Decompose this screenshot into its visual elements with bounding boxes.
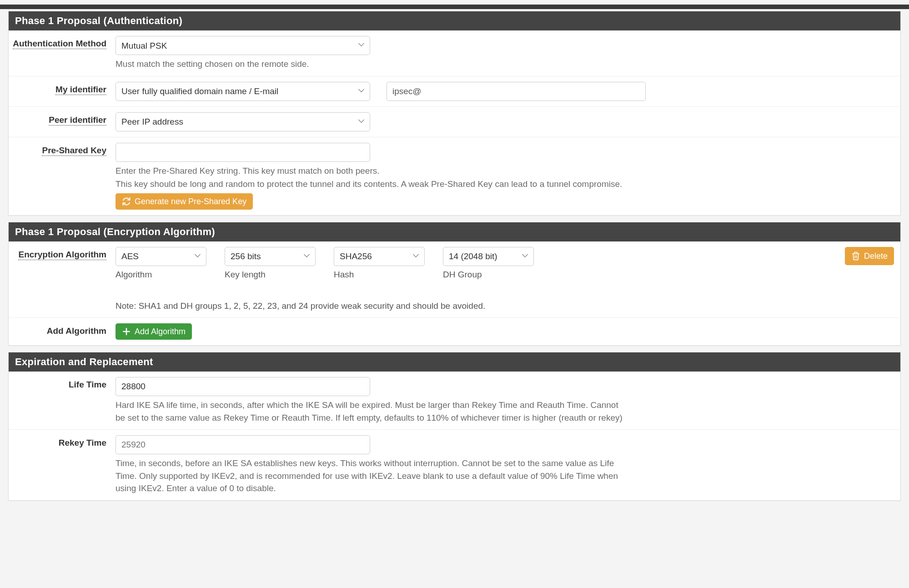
label-peer-identifier: Peer identifier — [9, 112, 116, 125]
rekey-time-input[interactable] — [116, 435, 370, 454]
authentication-method-help: Must match the setting chosen on the rem… — [116, 58, 894, 70]
row-rekey-time: Rekey Time Time, in seconds, before an I… — [9, 430, 900, 500]
label-rekey-time: Rekey Time — [9, 435, 116, 448]
authentication-method-select[interactable]: Mutual PSK — [116, 36, 370, 55]
pre-shared-key-input[interactable] — [116, 143, 370, 162]
panel-heading-expiration: Expiration and Replacement — [9, 352, 900, 372]
add-algorithm-button[interactable]: Add Algorithm — [116, 323, 192, 340]
algorithm-select[interactable]: AES — [116, 247, 206, 266]
dh-group-select[interactable]: 14 (2048 bit) — [443, 247, 534, 266]
hash-select[interactable]: SHA256 — [334, 247, 425, 266]
delete-label: Delete — [864, 252, 888, 260]
life-time-input[interactable] — [116, 377, 370, 396]
row-life-time: Life Time Hard IKE SA life time, in seco… — [9, 372, 900, 430]
plus-icon — [122, 327, 131, 336]
row-pre-shared-key: Pre-Shared Key Enter the Pre-Shared Key … — [9, 137, 900, 215]
delete-algorithm-button[interactable]: Delete — [845, 247, 894, 265]
life-time-help: Hard IKE SA life time, in seconds, after… — [116, 399, 629, 424]
row-peer-identifier: Peer identifier Peer IP address — [9, 107, 900, 137]
encryption-note: Note: SHA1 and DH groups 1, 2, 5, 22, 23… — [116, 300, 894, 312]
panel-heading-authentication: Phase 1 Proposal (Authentication) — [9, 11, 900, 30]
row-my-identifier: My identifier User fully qualified domai… — [9, 76, 900, 107]
label-encryption-algorithm: Encryption Algorithm — [9, 247, 116, 260]
label-authentication-method: Authentication Method — [9, 36, 116, 49]
label-my-identifier: My identifier — [9, 82, 116, 95]
label-pre-shared-key: Pre-Shared Key — [9, 143, 116, 156]
rekey-time-help: Time, in seconds, before an IKE SA estab… — [116, 457, 629, 495]
peer-identifier-type-select[interactable]: Peer IP address — [116, 112, 370, 131]
my-identifier-input[interactable] — [387, 82, 646, 101]
caption-key-length: Key length — [225, 270, 316, 280]
psk-help-1: Enter the Pre-Shared Key string. This ke… — [116, 165, 894, 177]
panel-heading-encryption: Phase 1 Proposal (Encryption Algorithm) — [9, 222, 900, 241]
add-algorithm-label: Add Algorithm — [135, 327, 186, 336]
panel-expiration: Expiration and Replacement Life Time Har… — [8, 352, 901, 501]
caption-hash: Hash — [334, 270, 425, 280]
refresh-icon — [122, 197, 131, 206]
caption-dh-group: DH Group — [443, 270, 534, 280]
label-life-time: Life Time — [9, 377, 116, 390]
psk-help-2: This key should be long and random to pr… — [116, 178, 894, 191]
row-add-algorithm: Add Algorithm Add Algorithm — [9, 318, 900, 345]
row-authentication-method: Authentication Method Mutual PSK Must ma… — [9, 30, 900, 76]
label-add-algorithm: Add Algorithm — [9, 323, 116, 336]
panel-authentication: Phase 1 Proposal (Authentication) Authen… — [8, 11, 901, 216]
top-bar — [0, 5, 909, 9]
caption-algorithm: Algorithm — [116, 270, 206, 280]
my-identifier-type-select[interactable]: User fully qualified domain name / E-mai… — [116, 82, 370, 101]
panel-encryption: Phase 1 Proposal (Encryption Algorithm) … — [8, 222, 901, 346]
generate-psk-label: Generate new Pre-Shared Key — [135, 197, 246, 206]
generate-psk-button[interactable]: Generate new Pre-Shared Key — [116, 193, 253, 210]
row-encryption-algorithm: Encryption Algorithm AES Algorithm — [9, 241, 900, 318]
key-length-select[interactable]: 256 bits — [225, 247, 316, 266]
trash-icon — [851, 251, 860, 261]
